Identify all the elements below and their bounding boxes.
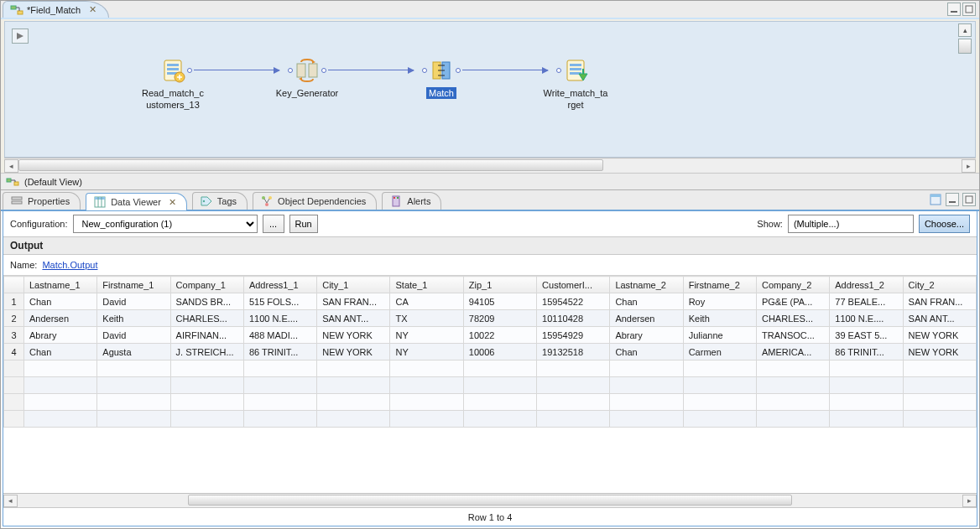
table-cell: [463, 360, 536, 377]
node-label: Read_match_customers_13: [139, 87, 206, 111]
column-header[interactable]: CustomerI...: [537, 277, 610, 293]
table-cell: Andersen: [24, 310, 97, 327]
view-menu-icon[interactable]: [929, 193, 942, 206]
node-read-match-customers[interactable]: Read_match_customers_13: [139, 57, 206, 111]
svg-marker-13: [299, 77, 302, 80]
column-header[interactable]: Lastname_2: [610, 277, 683, 293]
table-cell: 94105: [463, 293, 536, 310]
table-hscrollbar[interactable]: ◂ ▸: [3, 493, 977, 507]
svg-rect-34: [394, 197, 395, 199]
table-cell: [24, 377, 97, 394]
table-cell: [317, 394, 390, 411]
scroll-left-arrow[interactable]: ◂: [4, 159, 18, 173]
choose-button[interactable]: Choose...: [919, 215, 970, 233]
minimize-button[interactable]: [946, 193, 959, 206]
table-cell: [683, 360, 756, 377]
column-header[interactable]: Firstname_1: [97, 277, 170, 293]
minimize-button[interactable]: [947, 3, 961, 16]
run-button[interactable]: Run: [289, 215, 318, 233]
column-header[interactable]: Company_1: [170, 277, 243, 293]
node-label: Key_Generator: [274, 87, 341, 99]
tab-object-dependencies[interactable]: Object Dependencies: [253, 192, 377, 210]
scroll-up-arrow[interactable]: ▴: [958, 23, 972, 37]
svg-rect-10: [297, 64, 305, 77]
tab-data-viewer[interactable]: Data Viewer ✕: [86, 193, 187, 210]
column-header[interactable]: Lastname_1: [24, 277, 97, 293]
svg-rect-23: [12, 197, 22, 200]
column-header[interactable]: Company_2: [756, 277, 829, 293]
node-match[interactable]: Match: [408, 57, 475, 99]
table-cell: [97, 394, 170, 411]
maximize-button[interactable]: [962, 193, 976, 206]
svg-rect-26: [95, 197, 105, 200]
tab-alerts[interactable]: Alerts: [382, 192, 441, 210]
table-cell: Chan: [610, 293, 683, 310]
svg-rect-11: [309, 64, 317, 77]
hscroll-thumb[interactable]: [188, 495, 793, 506]
tags-icon: [200, 194, 213, 208]
svg-point-32: [265, 203, 268, 206]
scroll-right-arrow[interactable]: ▸: [962, 159, 976, 173]
scroll-left-arrow[interactable]: ◂: [3, 495, 18, 507]
default-view-label[interactable]: (Default View): [24, 177, 82, 187]
canvas-hscrollbar[interactable]: ◂ ▸: [4, 158, 976, 173]
play-icon: [16, 32, 24, 40]
table-cell: Carmen: [683, 344, 756, 360]
column-header[interactable]: City_2: [903, 277, 976, 293]
table-cell: [390, 411, 463, 428]
column-header[interactable]: Address1_1: [243, 277, 316, 293]
table-cell: [756, 377, 829, 394]
close-icon[interactable]: ✕: [89, 4, 96, 15]
svg-rect-24: [12, 201, 22, 204]
table-cell: [903, 411, 976, 428]
table-cell: SAN ANT...: [317, 310, 390, 327]
table-cell: 10022: [463, 327, 536, 344]
flow-arrow: [194, 70, 279, 70]
dataflow-icon: [10, 3, 23, 17]
output-table: Lastname_1Firstname_1Company_1Address1_1…: [3, 276, 977, 428]
run-arrow-button[interactable]: [12, 29, 29, 44]
scroll-right-arrow[interactable]: ▸: [962, 495, 977, 507]
row-number-header[interactable]: [4, 277, 24, 293]
tab-tags[interactable]: Tags: [192, 192, 248, 210]
table-row[interactable]: 1ChanDavidSANDS BR...515 FOLS...SAN FRAN…: [4, 293, 977, 310]
configuration-browse-button[interactable]: ...: [263, 215, 284, 233]
match-transform-icon: [428, 57, 455, 84]
table-cell: [97, 377, 170, 394]
column-header[interactable]: Firstname_2: [683, 277, 756, 293]
maximize-button[interactable]: [962, 3, 976, 16]
node-key-generator[interactable]: Key_Generator: [274, 57, 341, 99]
dataflow-canvas[interactable]: ▴ Read_match_customers_13 Key_Generator: [4, 21, 976, 158]
table-cell: [610, 394, 683, 411]
table-row[interactable]: 2AndersenKeithCHARLES...1100 N.E....SAN …: [4, 310, 977, 327]
column-header[interactable]: Address1_2: [830, 277, 903, 293]
configuration-select[interactable]: New_configuration (1): [73, 215, 258, 233]
table-cell: David: [97, 293, 170, 310]
column-header[interactable]: City_1: [317, 277, 390, 293]
table-row[interactable]: 4ChanAgustaJ. STREICH...86 TRINIT...NEW …: [4, 344, 977, 360]
editor-tab-field-match[interactable]: *Field_Match ✕: [3, 1, 109, 18]
table-row[interactable]: [4, 377, 977, 394]
close-icon[interactable]: ✕: [169, 197, 176, 208]
row-status: Row 1 to 4: [3, 507, 977, 526]
table-cell: 39 EAST 5...: [830, 327, 903, 344]
table-row[interactable]: [4, 360, 977, 377]
table-cell: [537, 394, 610, 411]
table-cell: Julianne: [683, 327, 756, 344]
column-header[interactable]: State_1: [390, 277, 463, 293]
table-cell: [390, 377, 463, 394]
show-field[interactable]: [788, 215, 914, 233]
table-row[interactable]: [4, 411, 977, 428]
dependencies-icon: [260, 194, 274, 208]
hscroll-thumb[interactable]: [18, 159, 603, 171]
tab-properties[interactable]: Properties: [3, 192, 81, 210]
node-write-match-target[interactable]: Write_match_target: [542, 57, 609, 111]
column-header[interactable]: Zip_1: [463, 277, 536, 293]
output-name-link[interactable]: Match.Output: [42, 260, 97, 270]
flow-arrow: [462, 70, 548, 70]
table-cell: [610, 377, 683, 394]
vscroll-thumb[interactable]: [958, 39, 972, 54]
table-row[interactable]: [4, 394, 977, 411]
table-cell: 86 TRINIT...: [830, 344, 903, 360]
table-row[interactable]: 3AbraryDavidAIRFINAN...488 MADI...NEW YO…: [4, 327, 977, 344]
